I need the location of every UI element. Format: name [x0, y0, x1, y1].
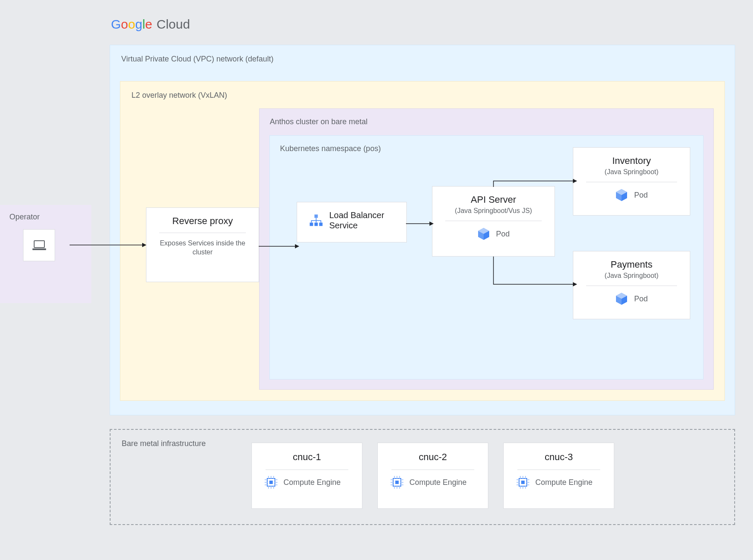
cnuc-card-1: cnuc-1: [251, 443, 362, 509]
arrow-lb-to-api: [406, 221, 434, 226]
divider: [517, 470, 600, 470]
reverse-proxy-title: Reverse proxy: [156, 216, 249, 227]
operator-label: Operator: [9, 213, 82, 222]
operator-panel: Operator: [0, 205, 91, 303]
arrow-api-to-inventory: [493, 178, 579, 191]
cnuc-card-3: cnuc-3: [503, 443, 614, 509]
laptop-icon: [32, 240, 47, 251]
compute-engine-icon: [391, 476, 403, 489]
payments-card: Payments (Java Springboot) Pod: [573, 251, 690, 319]
load-balancer-card: Load Balancer Service: [297, 202, 407, 242]
svg-rect-4: [315, 223, 318, 226]
api-server-title: API Server: [442, 194, 545, 205]
lb-title: Load Balancer Service: [329, 210, 397, 230]
pod-label: Pod: [634, 191, 648, 200]
inventory-card: Inventory (Java Springboot) Pod: [573, 147, 690, 216]
google-cloud-logo: Google Cloud: [111, 17, 190, 32]
pod-label: Pod: [496, 230, 510, 239]
operator-laptop-box: [23, 229, 55, 261]
svg-marker-11: [295, 244, 299, 248]
cnuc-title: cnuc-2: [388, 452, 478, 463]
arrow-api-to-payments: [493, 257, 579, 291]
compute-label: Compute Engine: [283, 478, 341, 487]
payments-subtitle: (Java Springboot): [583, 272, 680, 280]
svg-rect-2: [315, 215, 318, 218]
compute-engine-icon: [265, 476, 277, 489]
vpc-network-box: Virtual Private Cloud (VPC) network (def…: [110, 45, 735, 415]
svg-rect-5: [319, 223, 323, 226]
k8s-namespace-box: Kubernetes namespace (pos) Load Balancer…: [269, 135, 703, 379]
compute-label: Compute Engine: [535, 478, 592, 487]
cnuc-card-2: cnuc-2: [377, 443, 488, 509]
divider: [159, 233, 246, 233]
svg-marker-13: [142, 243, 146, 247]
divider: [586, 182, 677, 182]
arrow-operator-to-proxy: [70, 242, 146, 248]
arrow-proxy-to-lb: [259, 244, 299, 249]
anthos-cluster-box: Anthos cluster on bare metal Kubernetes …: [259, 108, 714, 390]
api-server-card: API Server (Java Springboot/Vus JS) Pod: [432, 186, 555, 257]
divider: [445, 221, 542, 221]
cloud-wordmark: Cloud: [157, 17, 190, 32]
l2-overlay-box: L2 overlay network (VxLAN) Reverse proxy…: [120, 81, 725, 401]
reverse-proxy-card: Reverse proxy Exposes Services inside th…: [146, 207, 259, 282]
l2-label: L2 overlay network (VxLAN): [131, 91, 713, 100]
svg-rect-3: [310, 223, 313, 226]
cnuc-title: cnuc-1: [262, 452, 352, 463]
svg-marker-9: [573, 282, 577, 286]
bare-metal-box: Bare metal infrastructure cnuc-1: [110, 429, 735, 525]
compute-label: Compute Engine: [409, 478, 467, 487]
payments-title: Payments: [583, 259, 680, 270]
pod-icon: [477, 227, 490, 241]
anthos-label: Anthos cluster on bare metal: [270, 117, 703, 126]
svg-rect-43: [521, 481, 525, 484]
svg-rect-15: [269, 481, 273, 484]
svg-rect-29: [395, 481, 399, 484]
inventory-subtitle: (Java Springboot): [583, 168, 680, 176]
cnuc-title: cnuc-3: [514, 452, 604, 463]
pod-label: Pod: [634, 295, 648, 303]
divider: [586, 286, 677, 286]
divider: [391, 470, 474, 470]
inventory-title: Inventory: [583, 155, 680, 166]
reverse-proxy-note: Exposes Services inside the cluster: [156, 239, 249, 257]
api-server-subtitle: (Java Springboot/Vus JS): [442, 207, 545, 215]
compute-engine-icon: [517, 476, 529, 489]
svg-rect-1: [32, 248, 46, 250]
divider: [266, 470, 348, 470]
google-wordmark: Google: [111, 17, 152, 32]
svg-rect-0: [34, 241, 44, 248]
load-balancer-icon: [309, 211, 323, 229]
svg-marker-7: [429, 222, 434, 226]
pod-icon: [615, 188, 628, 202]
svg-marker-8: [573, 179, 577, 183]
pod-icon: [615, 292, 628, 306]
vpc-label: Virtual Private Cloud (VPC) network (def…: [121, 55, 724, 64]
